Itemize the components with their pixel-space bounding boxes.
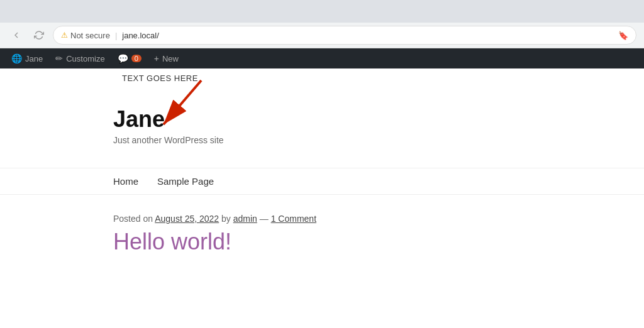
admin-bar-new-label: New — [162, 54, 179, 63]
site-tagline: Just another WordPress site — [113, 135, 531, 145]
post-meta: Posted on August 25, 2022 by admin — 1 C… — [113, 214, 531, 224]
post-by-label: by — [221, 214, 231, 224]
site-title: Jane — [113, 106, 531, 133]
post-comments-link[interactable]: 1 Comment — [271, 214, 316, 224]
url-display: jane.local/ — [122, 31, 159, 40]
address-bar[interactable]: ⚠ Not secure | jane.local/ 🔖 — [53, 26, 636, 45]
admin-bar-new[interactable]: + New — [148, 48, 185, 68]
new-icon: + — [154, 53, 159, 63]
site-main: Posted on August 25, 2022 by admin — 1 C… — [0, 195, 644, 274]
back-button[interactable] — [8, 26, 25, 44]
comments-icon: 💬 — [118, 53, 128, 63]
warning-icon: ⚠ — [61, 31, 68, 40]
post-title[interactable]: Hello world! — [113, 229, 231, 254]
page-content: TEXT GOES HERE Jane Just another WordPre… — [0, 68, 644, 320]
admin-bar-customize-label: Customize — [66, 54, 104, 63]
site-nav: Home Sample Page — [0, 168, 644, 195]
nav-item-sample-page[interactable]: Sample Page — [157, 176, 214, 187]
nav-item-home[interactable]: Home — [113, 176, 138, 187]
post-date[interactable]: August 25, 2022 — [155, 214, 219, 224]
post-meta-prefix: Posted on — [113, 214, 153, 224]
security-text: Not secure — [70, 31, 110, 40]
tab-bar — [0, 0, 644, 23]
reload-button[interactable] — [30, 26, 48, 44]
admin-bar-customize[interactable]: ✏ Customize — [49, 48, 111, 68]
bookmark-icon[interactable]: 🔖 — [618, 31, 628, 40]
wp-admin-bar: 🌐 Jane ✏ Customize 💬 0 + New — [0, 48, 644, 68]
admin-bar-site-name[interactable]: 🌐 Jane — [5, 48, 49, 68]
site-header: TEXT GOES HERE Jane Just another WordPre… — [0, 68, 644, 158]
customize-icon: ✏ — [55, 53, 63, 63]
browser-chrome: ⚠ Not secure | jane.local/ 🔖 — [0, 0, 644, 48]
annotation-text: TEXT GOES HERE — [122, 74, 198, 83]
post-dash: — — [260, 214, 269, 224]
admin-bar-site-label: Jane — [25, 54, 43, 63]
post-author[interactable]: admin — [233, 214, 257, 224]
security-indicator: ⚠ Not secure — [61, 31, 110, 40]
wordpress-icon: 🌐 — [11, 53, 22, 63]
admin-bar-comments[interactable]: 💬 0 — [111, 48, 148, 68]
comments-count: 0 — [131, 55, 142, 62]
address-separator: | — [115, 31, 117, 40]
nav-bar: ⚠ Not secure | jane.local/ 🔖 — [0, 23, 644, 48]
